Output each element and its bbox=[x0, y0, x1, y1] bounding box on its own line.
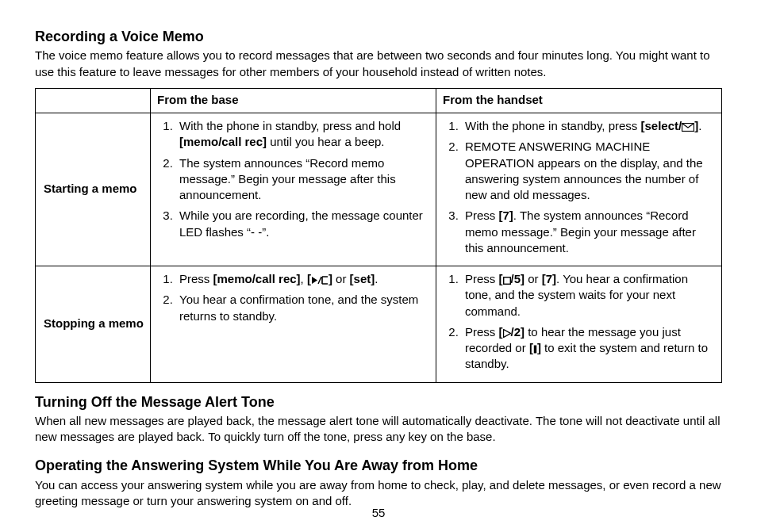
list-item: Press [/5] or [7]. You hear a confirmati… bbox=[462, 271, 717, 320]
svg-marker-4 bbox=[503, 329, 510, 337]
cell-stopping-base: Press [memo/call rec], [] or [set]. You … bbox=[151, 266, 436, 383]
text: Press bbox=[465, 209, 499, 222]
memo-table: From the base From the handset Starting … bbox=[35, 88, 722, 383]
row-label-stopping: Stopping a memo bbox=[36, 266, 151, 383]
text: Press bbox=[465, 272, 499, 285]
list-item: The system announces “Record memo messag… bbox=[176, 155, 431, 204]
section2-body: When all new messages are played back, t… bbox=[35, 413, 722, 446]
section1-title: Recording a Voice Memo bbox=[35, 27, 722, 46]
cell-stopping-handset: Press [/5] or [7]. You hear a confirmati… bbox=[436, 266, 722, 383]
key-label: [set] bbox=[350, 272, 375, 285]
key-label: [memo/call rec] bbox=[179, 135, 267, 148]
key-label: [memo/call rec] bbox=[213, 272, 301, 285]
svg-rect-5 bbox=[534, 346, 536, 354]
list-item: With the phone in standby, press and hol… bbox=[176, 118, 431, 151]
text: With the phone in standby, press bbox=[465, 119, 641, 132]
table-row-stopping: Stopping a memo Press [memo/call rec], [… bbox=[36, 266, 722, 383]
play-icon bbox=[503, 329, 511, 338]
text: or bbox=[332, 272, 350, 285]
list-item: Press [memo/call rec], [] or [set]. bbox=[176, 271, 431, 287]
text: or bbox=[525, 272, 542, 285]
text: Press bbox=[465, 325, 499, 339]
key-label: [7] bbox=[542, 272, 556, 285]
list-item: Press [/2] to hear the message you just … bbox=[462, 324, 717, 373]
text: . bbox=[375, 272, 378, 285]
text: Press bbox=[179, 272, 213, 285]
row-label-starting: Starting a memo bbox=[36, 113, 151, 266]
list-item: While you are recording, the message cou… bbox=[176, 208, 431, 240]
col-header-base: From the base bbox=[151, 88, 436, 113]
section2-title: Turning Off the Message Alert Tone bbox=[35, 392, 722, 411]
text: . bbox=[698, 119, 701, 132]
text: , bbox=[301, 272, 307, 285]
list-item: Press [7]. The system announces “Record … bbox=[462, 208, 717, 256]
key-label: [7] bbox=[499, 209, 513, 222]
page-number: 55 bbox=[0, 505, 757, 521]
svg-line-2 bbox=[318, 277, 321, 284]
list-item: With the phone in standby, press [select… bbox=[462, 118, 717, 134]
svg-rect-3 bbox=[503, 277, 510, 285]
key-label: /2] bbox=[511, 325, 525, 339]
stop-icon bbox=[503, 277, 511, 285]
play-slash-end-icon bbox=[311, 276, 329, 285]
key-label: /5] bbox=[511, 272, 525, 285]
table-blank-header bbox=[36, 88, 151, 113]
svg-marker-1 bbox=[312, 277, 317, 284]
list-item: REMOTE ANSWERING MACHINE OPERATION appea… bbox=[462, 139, 717, 203]
page: Recording a Voice Memo The voice memo fe… bbox=[0, 0, 757, 532]
section1-body: The voice memo feature allows you to rec… bbox=[35, 48, 722, 80]
col-header-handset: From the handset bbox=[436, 88, 722, 113]
envelope-icon bbox=[682, 123, 694, 132]
list-item: You hear a confirmation tone, and the sy… bbox=[176, 292, 431, 324]
table-row-starting: Starting a memo With the phone in standb… bbox=[36, 113, 722, 266]
text: until you hear a beep. bbox=[267, 135, 384, 148]
text: With the phone in standby, press and hol… bbox=[179, 119, 401, 132]
section3-title: Operating the Answering System While You… bbox=[35, 456, 722, 475]
key-label: [select/ bbox=[641, 119, 682, 132]
table-header-row: From the base From the handset bbox=[36, 88, 722, 113]
cell-starting-base: With the phone in standby, press and hol… bbox=[151, 113, 436, 266]
cell-starting-handset: With the phone in standby, press [select… bbox=[436, 113, 722, 266]
